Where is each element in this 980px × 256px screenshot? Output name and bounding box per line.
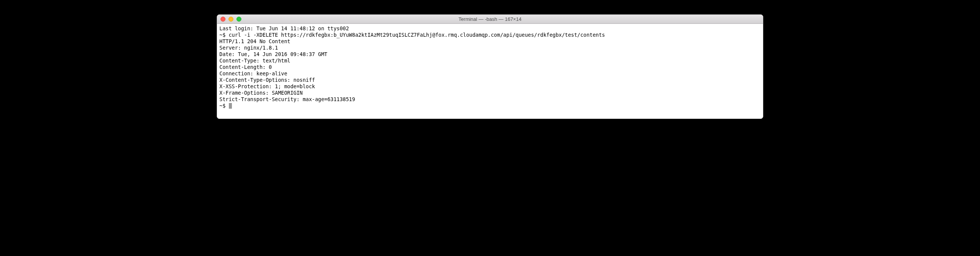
close-icon[interactable] — [221, 17, 226, 22]
response-line: Content-Type: text/html — [220, 58, 760, 64]
prompt: ~$ — [220, 103, 229, 109]
prompt: ~$ — [220, 32, 229, 38]
command-text: curl -i -XDELETE https://rdkfegbx:b_UYuW… — [229, 32, 605, 38]
window-title: Terminal — -bash — 167×14 — [217, 16, 763, 22]
minimize-icon[interactable] — [229, 17, 234, 22]
titlebar[interactable]: Terminal — -bash — 167×14 — [217, 15, 763, 24]
response-line: Content-Length: 0 — [220, 64, 760, 70]
last-login-line: Last login: Tue Jun 14 11:48:12 on ttys0… — [220, 25, 760, 32]
terminal-body[interactable]: Last login: Tue Jun 14 11:48:12 on ttys0… — [217, 24, 763, 119]
traffic-lights — [221, 17, 242, 22]
response-line: X-Frame-Options: SAMEORIGIN — [220, 90, 760, 96]
cursor-icon — [229, 103, 232, 109]
command-line: ~$ curl -i -XDELETE https://rdkfegbx:b_U… — [220, 32, 760, 38]
response-line: Strict-Transport-Security: max-age=63113… — [220, 96, 760, 103]
prompt-line: ~$ — [220, 103, 760, 109]
terminal-window: Terminal — -bash — 167×14 Last login: Tu… — [217, 14, 763, 119]
response-line: HTTP/1.1 204 No Content — [220, 38, 760, 45]
response-line: Date: Tue, 14 Jun 2016 09:48:37 GMT — [220, 51, 760, 58]
response-line: X-XSS-Protection: 1; mode=block — [220, 83, 760, 90]
maximize-icon[interactable] — [237, 17, 242, 22]
response-line: X-Content-Type-Options: nosniff — [220, 77, 760, 83]
response-line: Server: nginx/1.8.1 — [220, 45, 760, 51]
response-line: Connection: keep-alive — [220, 70, 760, 77]
